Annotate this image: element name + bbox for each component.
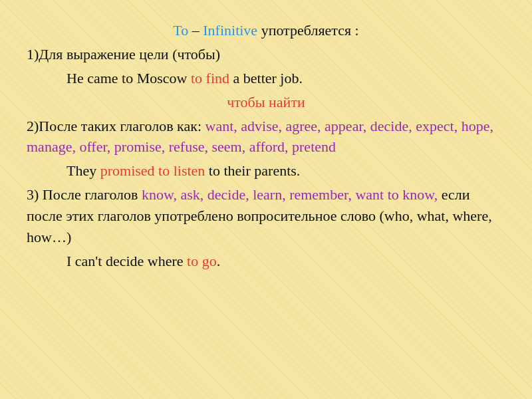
block3-example-highlight: to go [187, 253, 217, 269]
block1-translation: чтобы найти [27, 92, 505, 113]
block2-label: 2)После таких глаголов как: want, advise… [27, 116, 505, 158]
block3-label-pre: 3) После глаголов [27, 186, 142, 203]
block2-example-pre: They [66, 162, 100, 179]
block2-example: They promised to listen to their parents… [27, 160, 505, 182]
block2-example-post: to their parents. [205, 162, 300, 179]
title-infinitive: Infinitive [203, 22, 257, 39]
block1-example: He came to Moscow to find a better job. [27, 68, 505, 89]
block1-label: 1)Для выражение цели (чтобы) [27, 44, 505, 65]
title-line: To – Infinitive употребляется : [27, 20, 505, 41]
block1-example-post: a better job. [229, 70, 303, 86]
block3-example: I can't decide where to go. [27, 251, 505, 272]
title-to: To [173, 22, 188, 39]
block1-text: 1)Для выражение цели (чтобы) [27, 46, 220, 63]
block3-example-post: . [217, 253, 221, 269]
block2-label-pre: 2)После таких глаголов как: [27, 118, 205, 134]
block1-example-highlight: to find [191, 70, 229, 86]
main-container: To – Infinitive употребляется : 1)Для вы… [0, 0, 532, 399]
title-dash: – [188, 22, 203, 39]
block1-translation-text: чтобы найти [227, 94, 305, 110]
block3-verbs: know, ask, decide, learn, remember, want… [142, 186, 438, 203]
block1-example-pre: He came to Moscow [66, 70, 191, 86]
title-rest: употребляется : [257, 22, 359, 39]
block3-label: 3) После глаголов know, ask, decide, lea… [27, 184, 505, 248]
block2-example-highlight: promised to listen [100, 162, 205, 179]
block3-example-pre: I can't decide where [66, 253, 187, 269]
